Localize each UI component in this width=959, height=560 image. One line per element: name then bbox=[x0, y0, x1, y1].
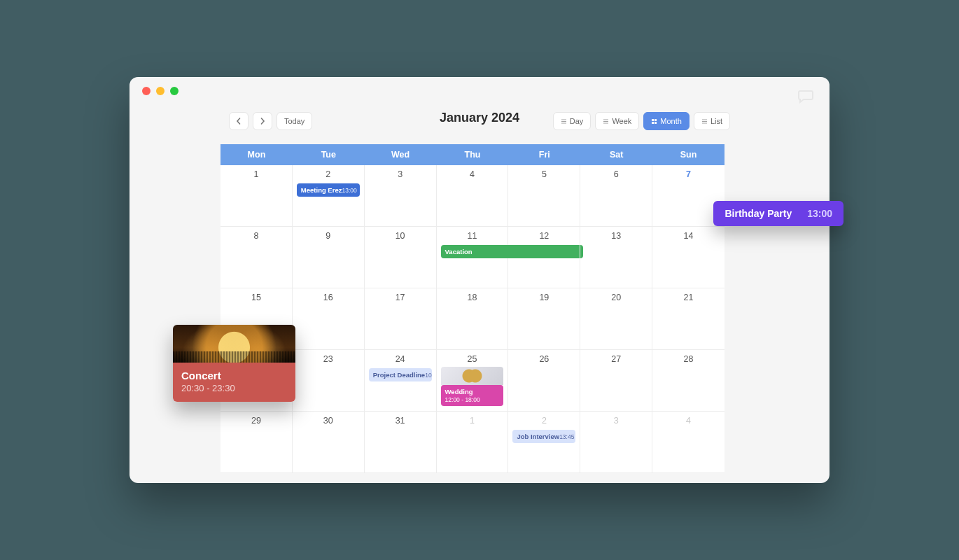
day-number: 12 bbox=[512, 231, 575, 241]
event-card-body: Concert 20:30 - 23:30 bbox=[173, 363, 295, 402]
maximize-window-icon[interactable] bbox=[170, 87, 178, 95]
prev-button[interactable] bbox=[229, 112, 248, 130]
day-number: 28 bbox=[657, 354, 720, 364]
day-cell[interactable]: 26 bbox=[508, 350, 580, 412]
concert-image bbox=[173, 325, 295, 363]
day-cell[interactable]: 3 bbox=[365, 165, 437, 227]
chat-icon bbox=[797, 88, 814, 106]
wedding-image bbox=[441, 367, 504, 385]
chevron-left-icon bbox=[235, 118, 242, 125]
list-icon bbox=[561, 118, 567, 125]
event-card-concert[interactable]: Concert 20:30 - 23:30 bbox=[173, 325, 295, 402]
today-button[interactable]: Today bbox=[276, 112, 312, 130]
day-cell[interactable]: 29 bbox=[220, 412, 293, 473]
day-cell[interactable]: 28 bbox=[652, 350, 724, 412]
view-week-button[interactable]: Week bbox=[595, 112, 639, 130]
event-title: Meeting Erez bbox=[301, 186, 342, 194]
day-cell[interactable]: 20 bbox=[580, 288, 652, 350]
event-card-birthday[interactable]: Birthday Party 13:00 bbox=[713, 201, 844, 226]
day-number: 2 bbox=[512, 416, 575, 426]
event-title: Project Deadline bbox=[373, 371, 425, 379]
day-number: 9 bbox=[297, 231, 360, 241]
day-number: 17 bbox=[369, 293, 432, 302]
day-cell[interactable]: 31 bbox=[365, 412, 437, 473]
weekday-header: Mon Tue Wed Thu Fri Sat Sun bbox=[220, 144, 724, 165]
day-number: 3 bbox=[369, 169, 432, 179]
event-time: 13:00 bbox=[342, 187, 356, 194]
event-job-interview[interactable]: Job Interview13:45 bbox=[512, 430, 575, 443]
bars-icon bbox=[701, 118, 708, 125]
day-number: 21 bbox=[657, 293, 720, 302]
weekday: Thu bbox=[437, 144, 509, 165]
day-cell[interactable]: 23 bbox=[293, 350, 365, 412]
view-switcher: Day Week Month List bbox=[553, 112, 730, 130]
view-month-button[interactable]: Month bbox=[643, 112, 690, 130]
view-list-button[interactable]: List bbox=[694, 112, 730, 130]
day-cell[interactable]: 25Wedding12:00 - 18:00 bbox=[437, 350, 509, 412]
day-cell[interactable]: 27 bbox=[580, 350, 652, 412]
day-cell[interactable]: 10 bbox=[365, 227, 437, 288]
day-cell[interactable]: 12 bbox=[508, 227, 580, 288]
day-cell[interactable]: 3 bbox=[580, 412, 652, 473]
next-button[interactable] bbox=[253, 112, 272, 130]
chevron-right-icon bbox=[259, 118, 266, 125]
day-number: 19 bbox=[512, 293, 575, 302]
day-cell[interactable]: 8 bbox=[220, 227, 293, 288]
day-cell[interactable]: 24Project Deadline10:30 bbox=[365, 350, 437, 412]
calendar: Mon Tue Wed Thu Fri Sat Sun 12Meeting Er… bbox=[220, 144, 724, 473]
view-day-button[interactable]: Day bbox=[553, 112, 592, 130]
event-wedding[interactable]: Wedding12:00 - 18:00 bbox=[441, 385, 504, 406]
view-list-label: List bbox=[710, 117, 722, 125]
event-title: Wedding bbox=[445, 388, 500, 396]
day-cell[interactable]: 21 bbox=[652, 288, 724, 350]
day-cell[interactable]: 2Meeting Erez13:00 bbox=[293, 165, 365, 227]
day-number: 20 bbox=[584, 293, 648, 302]
day-cell[interactable]: 1 bbox=[220, 165, 293, 227]
event-card-time: 13:00 bbox=[807, 208, 832, 219]
day-cell[interactable]: 17 bbox=[365, 288, 437, 350]
day-cell[interactable]: 2Job Interview13:45 bbox=[508, 412, 580, 473]
day-cell[interactable]: 1 bbox=[437, 412, 509, 473]
weekday: Sat bbox=[580, 144, 652, 165]
close-window-icon[interactable] bbox=[142, 87, 150, 95]
day-cell[interactable]: 9 bbox=[293, 227, 365, 288]
day-cell[interactable]: 13 bbox=[580, 227, 652, 288]
event-title: Vacation bbox=[445, 248, 472, 255]
day-cell[interactable]: 19 bbox=[508, 288, 580, 350]
day-cell[interactable]: 16 bbox=[293, 288, 365, 350]
view-day-label: Day bbox=[570, 117, 584, 125]
day-number: 1 bbox=[225, 169, 288, 179]
day-cell[interactable]: 4 bbox=[437, 165, 509, 227]
day-number: 4 bbox=[657, 416, 720, 426]
event-meeting[interactable]: Meeting Erez13:00 bbox=[297, 183, 360, 197]
day-number: 10 bbox=[369, 231, 432, 241]
day-number: 24 bbox=[369, 354, 432, 364]
day-number: 15 bbox=[225, 293, 288, 302]
event-time: 12:00 - 18:00 bbox=[445, 396, 500, 403]
event-time: 10:30 bbox=[425, 372, 431, 379]
calendar-toolbar: Today January 2024 Day Week Month List bbox=[220, 105, 738, 144]
window-titlebar bbox=[130, 77, 830, 105]
minimize-window-icon[interactable] bbox=[156, 87, 164, 95]
event-card-title: Concert bbox=[181, 370, 287, 382]
event-card-title: Birthday Party bbox=[724, 208, 792, 219]
event-project-deadline[interactable]: Project Deadline10:30 bbox=[369, 368, 432, 382]
day-number: 3 bbox=[584, 416, 648, 426]
weekday: Sun bbox=[652, 144, 724, 165]
day-number: 27 bbox=[584, 354, 648, 364]
day-number: 18 bbox=[441, 293, 504, 302]
day-cell[interactable]: 14 bbox=[652, 227, 724, 288]
grid-icon bbox=[651, 118, 657, 125]
day-cell[interactable]: 5 bbox=[508, 165, 580, 227]
day-number: 14 bbox=[657, 231, 720, 241]
day-number: 16 bbox=[297, 293, 360, 302]
day-cell[interactable]: 18 bbox=[437, 288, 509, 350]
day-cell[interactable]: 11Vacation bbox=[437, 227, 509, 288]
day-number: 30 bbox=[297, 416, 360, 426]
weekday: Fri bbox=[508, 144, 580, 165]
day-cell[interactable]: 30 bbox=[293, 412, 365, 473]
day-cell[interactable]: 6 bbox=[580, 165, 652, 227]
event-time: 13:45 bbox=[559, 433, 574, 440]
view-month-label: Month bbox=[660, 117, 682, 125]
day-cell[interactable]: 4 bbox=[652, 412, 724, 473]
